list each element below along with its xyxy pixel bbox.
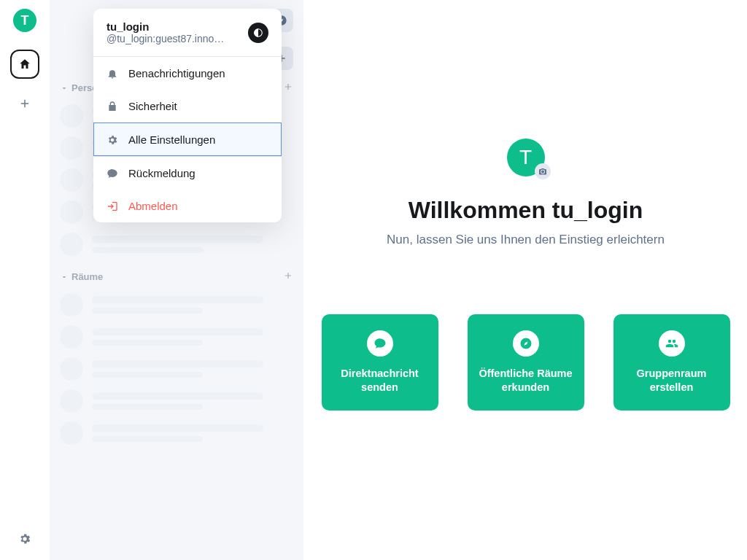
sublist-people-add[interactable] — [283, 82, 293, 94]
plus-icon — [283, 271, 293, 281]
menu-item-label: Sicherheit — [128, 100, 177, 112]
gear-icon — [107, 134, 118, 146]
card-label: Direktnachricht senden — [329, 367, 431, 394]
compass-icon — [513, 330, 539, 357]
avatar-letter: T — [21, 13, 29, 28]
list-item — [50, 417, 303, 449]
sublist-rooms-label: Räume — [71, 271, 103, 282]
plus-icon — [18, 97, 31, 110]
card-explore-rooms[interactable]: Öffentliche Räume erkunden — [468, 314, 584, 411]
avatar-letter: T — [519, 146, 532, 169]
chat-bubble-icon — [367, 330, 393, 357]
sign-out-icon — [107, 201, 118, 212]
list-item — [50, 289, 303, 321]
chat-bubble-icon — [107, 168, 118, 179]
onboarding-cards: Direktnachricht senden Öffentliche Räume… — [322, 314, 730, 411]
menu-item-notifications[interactable]: Benachrichtigungen — [93, 57, 282, 90]
user-menu-display-name: tu_login — [107, 20, 224, 33]
plus-icon — [283, 82, 293, 92]
menu-item-sign-out[interactable]: Abmelden — [93, 190, 282, 222]
gear-icon — [18, 532, 31, 545]
home-icon — [18, 58, 31, 71]
user-menu-header: tu_login @tu_login:guest87.inno… — [93, 9, 282, 57]
camera-icon — [538, 167, 547, 176]
card-send-dm[interactable]: Direktnachricht senden — [322, 314, 438, 411]
list-item — [50, 228, 303, 260]
group-icon — [659, 330, 685, 357]
user-avatar-small[interactable]: T — [13, 9, 36, 32]
menu-item-label: Rückmeldung — [128, 167, 196, 179]
room-list-panel: Strg K Personen — [50, 0, 304, 560]
card-label: Öffentliche Räume erkunden — [475, 367, 577, 394]
menu-item-security[interactable]: Sicherheit — [93, 90, 282, 122]
welcome-subtitle: Nun, lassen Sie uns Ihnen den Einstieg e… — [387, 233, 665, 247]
list-item — [50, 353, 303, 385]
chevron-down-icon — [60, 84, 69, 93]
upload-avatar-button[interactable] — [535, 163, 551, 179]
sublist-rooms-add[interactable] — [283, 271, 293, 283]
list-item — [50, 321, 303, 353]
app-root: T Strg K — [0, 0, 747, 560]
lock-icon — [107, 101, 118, 112]
theme-toggle[interactable] — [248, 23, 268, 43]
user-menu-user-id: @tu_login:guest87.inno… — [107, 33, 224, 44]
menu-item-feedback[interactable]: Rückmeldung — [93, 156, 282, 190]
profile-avatar-wrap[interactable]: T — [507, 139, 545, 176]
home-page: T Willkommen tu_login Nun, lassen Sie un… — [304, 0, 747, 560]
sublist-rooms-header[interactable]: Räume — [50, 265, 303, 289]
menu-item-label: Benachrichtigungen — [128, 67, 225, 79]
list-item — [50, 385, 303, 417]
menu-item-all-settings[interactable]: Alle Einstellungen — [93, 122, 282, 156]
card-label: Gruppenraum erstellen — [621, 367, 723, 394]
home-space-button[interactable] — [10, 50, 39, 79]
card-create-group[interactable]: Gruppenraum erstellen — [614, 314, 730, 411]
add-space-button[interactable] — [13, 92, 36, 115]
quick-settings-button[interactable] — [18, 532, 31, 548]
space-rail: T — [0, 0, 50, 560]
menu-item-label: Abmelden — [128, 200, 178, 212]
menu-item-label: Alle Einstellungen — [128, 133, 215, 146]
welcome-title: Willkommen tu_login — [409, 197, 643, 224]
bell-icon — [107, 68, 118, 79]
chevron-down-icon — [60, 273, 69, 281]
user-menu: tu_login @tu_login:guest87.inno… Benachr… — [93, 9, 282, 222]
contrast-icon — [253, 28, 263, 38]
